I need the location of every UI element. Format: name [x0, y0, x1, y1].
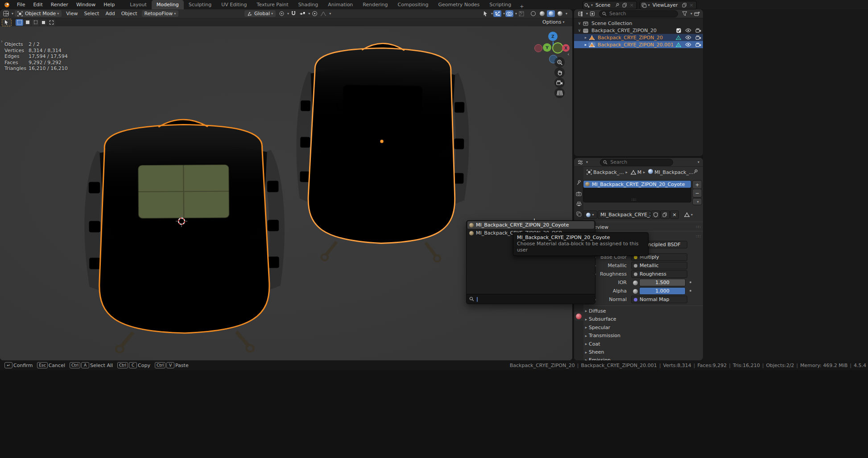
- viewlayer-name[interactable]: ViewLayer: [650, 2, 681, 8]
- orientation-selector[interactable]: Global ▾: [244, 10, 276, 17]
- tab-material-icon[interactable]: [574, 312, 583, 321]
- hide-eye-icon[interactable]: [683, 35, 693, 40]
- render-visibility-icon[interactable]: [693, 28, 703, 33]
- tab-viewlayer-icon[interactable]: [574, 210, 583, 219]
- new-collection-icon[interactable]: [693, 10, 701, 17]
- panel-diffuse[interactable]: ▸Diffuse: [583, 307, 703, 315]
- ior-slider[interactable]: 1.500: [639, 279, 686, 286]
- tab-uv-editing[interactable]: UV Editing: [216, 0, 252, 9]
- roughness-link-field[interactable]: Roughness: [631, 270, 687, 278]
- expander-icon[interactable]: ∨: [577, 21, 582, 25]
- shading-material-preview-icon[interactable]: [547, 10, 555, 17]
- panel-coat[interactable]: ▸Coat: [583, 340, 703, 348]
- tab-rendering[interactable]: Rendering: [358, 0, 393, 9]
- navigation-gizmo[interactable]: Z Y X: [533, 27, 572, 67]
- metallic-link-field[interactable]: Metallic: [631, 262, 687, 269]
- breadcrumb-material[interactable]: MI_Backpack_...: [654, 169, 693, 175]
- panel-grip[interactable]: ∷∷: [696, 234, 700, 239]
- hide-eye-icon[interactable]: [683, 28, 693, 33]
- camera-view-button[interactable]: [554, 78, 565, 88]
- scene-selector[interactable]: ▾ Scene ×: [583, 1, 637, 9]
- display-mode-icon[interactable]: [576, 10, 584, 17]
- overlays-toggle-icon[interactable]: [505, 10, 513, 17]
- gizmo-axis-z[interactable]: Z: [548, 32, 558, 41]
- proportional-editing-icon[interactable]: [310, 10, 318, 17]
- backpack-camo[interactable]: .cam .bpfill{fill:url(#camo);} .cam .bpf…: [84, 119, 286, 353]
- remove-slot-button[interactable]: −: [692, 189, 702, 198]
- outliner-search-input[interactable]: [608, 10, 675, 17]
- scene-name[interactable]: Scene: [593, 2, 613, 8]
- add-slot-button[interactable]: +: [692, 180, 702, 189]
- shading-wireframe-icon[interactable]: [529, 10, 537, 17]
- new-viewlayer-icon[interactable]: [681, 3, 688, 8]
- pivot-point-icon[interactable]: [277, 10, 285, 17]
- blender-logo-icon[interactable]: [4, 1, 10, 8]
- material-slot-active[interactable]: MI_Backpack_CRYE_ZIPON_20_Coyote: [583, 181, 691, 188]
- menu-file[interactable]: File: [13, 0, 29, 9]
- panel-sheen[interactable]: ▸Sheen: [583, 348, 703, 356]
- properties-search[interactable]: [600, 159, 673, 166]
- tab-modeling[interactable]: Modeling: [152, 0, 184, 9]
- menu-select[interactable]: Select: [81, 11, 102, 17]
- selectability-icon[interactable]: [481, 10, 489, 17]
- panel-grip[interactable]: ∷∷: [696, 225, 700, 229]
- dropdown-search-row[interactable]: |: [467, 294, 595, 304]
- tab-layout[interactable]: Layout: [125, 0, 151, 9]
- select-mode-invert-button[interactable]: [40, 19, 47, 26]
- menu-help[interactable]: Help: [99, 0, 119, 9]
- unlink-scene-icon[interactable]: ×: [628, 2, 635, 8]
- tab-output-icon[interactable]: [574, 199, 583, 208]
- decorator-dot[interactable]: [690, 290, 691, 292]
- render-visibility-icon[interactable]: [693, 35, 703, 40]
- outliner-row-collection[interactable]: ∨ Backpack_CRYE_ZIPON_20: [574, 27, 703, 34]
- pin-icon[interactable]: [613, 3, 621, 8]
- tab-scripting[interactable]: Scripting: [484, 0, 516, 9]
- snap-target-icon[interactable]: [298, 10, 306, 17]
- preview-panel-header[interactable]: eview ∷∷: [583, 223, 703, 231]
- hide-eye-icon[interactable]: [683, 42, 693, 47]
- fake-user-shield-button[interactable]: [651, 210, 660, 219]
- alpha-slider[interactable]: 1.000: [639, 287, 686, 295]
- tab-sculpting[interactable]: Sculpting: [184, 0, 216, 9]
- material-name-field[interactable]: MI_Backpack_CRYE_ZIPON_20_...: [598, 210, 651, 219]
- select-mode-subtract-button[interactable]: [32, 19, 39, 26]
- shading-rendered-icon[interactable]: [556, 10, 564, 17]
- decorator-dot[interactable]: [690, 281, 691, 283]
- outliner-row-object-active[interactable]: ▸ Backpack_CRYE_ZIPON_20.001: [574, 41, 703, 48]
- new-material-copy-button[interactable]: [660, 210, 670, 219]
- select-mode-set-button[interactable]: [16, 19, 23, 26]
- mode-selector[interactable]: Object Mode ▾: [15, 10, 62, 17]
- retopoflow-menu[interactable]: RetopoFlow ▾: [142, 10, 179, 17]
- panel-specular[interactable]: ▸Specular: [583, 323, 703, 331]
- tab-render-icon[interactable]: [574, 189, 583, 198]
- link-mesh-toggle[interactable]: ▾: [684, 212, 693, 217]
- orthographic-grid-button[interactable]: [554, 88, 565, 98]
- properties-search-input[interactable]: [609, 159, 670, 165]
- browse-material-button[interactable]: ▾: [583, 210, 597, 219]
- menu-view[interactable]: View: [63, 11, 81, 17]
- falloff-curve-icon[interactable]: [319, 10, 327, 17]
- gizmo-axis-x-neg[interactable]: [534, 44, 542, 52]
- select-mode-intersect-button[interactable]: [48, 19, 55, 26]
- tab-geometry-nodes[interactable]: Geometry Nodes: [433, 0, 484, 9]
- pan-hand-button[interactable]: [554, 67, 565, 78]
- filter-objects-icon[interactable]: [588, 10, 596, 17]
- tab-animation[interactable]: Animation: [323, 0, 358, 9]
- viewport-3d[interactable]: ▾ Object Mode ▾ View Select Add Object R…: [0, 9, 572, 360]
- panel-subsurface[interactable]: ▸Subsurface: [583, 315, 703, 323]
- panel-transmission[interactable]: ▸Transmission: [583, 332, 703, 340]
- options-menu[interactable]: Options ▾: [542, 19, 564, 25]
- tab-compositing[interactable]: Compositing: [393, 0, 434, 9]
- dropdown-item-coyote[interactable]: MI_Backpack_CRYE_ZIPON_20_Coyote: [467, 221, 594, 229]
- unlink-material-button[interactable]: ×: [670, 210, 679, 219]
- menu-render[interactable]: Render: [47, 0, 72, 9]
- snap-magnet-icon[interactable]: [289, 10, 298, 17]
- tab-tool-icon[interactable]: [574, 178, 583, 187]
- properties-editor-icon[interactable]: [576, 159, 584, 165]
- chevron-down-icon[interactable]: ▾: [698, 160, 699, 164]
- viewlayer-selector[interactable]: ▾ ViewLayer ×: [640, 1, 697, 9]
- tab-shading[interactable]: Shading: [293, 0, 323, 9]
- new-scene-icon[interactable]: [621, 3, 628, 8]
- panel-emission[interactable]: ▸Emission: [583, 356, 703, 360]
- normal-link-field[interactable]: Normal Map: [631, 296, 687, 303]
